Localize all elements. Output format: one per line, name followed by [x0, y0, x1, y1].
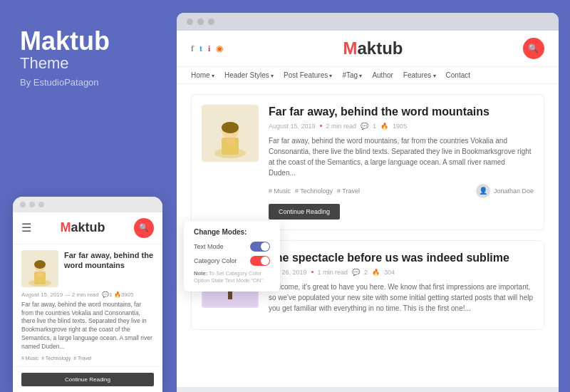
mobile-tag-music: # Music: [21, 356, 38, 361]
post-card-1: Far far away, behind the word mountains …: [191, 94, 544, 230]
post-2-excerpt: Welcome, it's great to have you here. We…: [269, 282, 534, 314]
post-2-fire-icon: 🔥: [372, 269, 380, 276]
mobile-search-button[interactable]: 🔍: [134, 218, 154, 238]
mobile-post-card: Far far away, behind the word mountains …: [13, 244, 162, 367]
post-1-dot: [320, 125, 322, 127]
text-mode-toggle[interactable]: [250, 242, 270, 252]
rss-icon[interactable]: ◉: [216, 43, 223, 54]
post-1-continue-button[interactable]: Continue Reading: [269, 204, 340, 220]
hamburger-icon[interactable]: ☰: [21, 221, 31, 234]
post-1-views: 1905: [393, 123, 407, 130]
site-nav: Home Header Styles Post Features #Tag Au…: [177, 67, 559, 84]
category-color-toggle[interactable]: [250, 256, 270, 266]
author-name: Jonathan Doe: [494, 187, 534, 195]
site-logo: Maktub: [343, 38, 403, 58]
comment-icon: 💬: [361, 123, 368, 130]
mobile-dot-3: [38, 202, 44, 207]
post-1-excerpt: Far far away, behind the word mountains,…: [269, 135, 534, 178]
nav-header-styles[interactable]: Header Styles: [224, 71, 274, 79]
text-mode-label: Text Mode: [194, 243, 224, 250]
mobile-post-thumbnail: [21, 250, 58, 287]
post-2-views: 304: [384, 269, 395, 276]
post-1-tag-music: # Music: [269, 187, 291, 195]
post-1-date: August 15, 2019: [269, 123, 316, 130]
post-1-tag-tech: # Technology: [295, 187, 333, 195]
nav-home[interactable]: Home: [191, 71, 214, 79]
mobile-dot-1: [20, 202, 26, 207]
post-1-tags: # Music # Technology # Travel: [269, 187, 360, 195]
category-color-row: Category Color: [194, 256, 270, 266]
desktop-dot-3: [208, 19, 214, 25]
nav-contact[interactable]: Contact: [446, 71, 470, 79]
popup-note: Note: To Set Category Color Option State…: [194, 270, 270, 284]
mobile-mockup: ☰ Maktub 🔍: [13, 197, 162, 392]
nav-features[interactable]: Features: [403, 71, 436, 79]
desktop-mockup: 𝐟 𝐭 𝐢 ◉ Maktub 🔍 Home Header Styles Post…: [177, 13, 559, 392]
post-2-body: The spectacle before us was indeed subli…: [269, 251, 534, 319]
mobile-continue-button[interactable]: Continue Reading: [21, 373, 154, 386]
post-1-read-time: 2 min read: [326, 123, 357, 130]
svg-point-4: [34, 260, 46, 269]
mobile-post-meta: August 15, 2019 — 2 min read 💬1 🔥3905: [21, 292, 154, 298]
mobile-tag-tech: # Technology: [41, 356, 71, 361]
mobile-post-tags: # Music # Technology # Travel: [21, 356, 154, 361]
svg-point-10: [222, 122, 239, 133]
mobile-dot-2: [29, 202, 35, 207]
post-1-thumbnail: [202, 105, 259, 162]
post-1-footer: # Music # Technology # Travel 👤 Jonathan…: [269, 184, 534, 198]
svg-rect-9: [226, 138, 234, 145]
left-panel: Maktub Theme By EstudioPatagon ☰ Maktub …: [0, 0, 177, 392]
social-links: 𝐟 𝐭 𝐢 ◉: [191, 43, 223, 54]
nav-post-features[interactable]: Post Features: [284, 71, 333, 79]
nav-author[interactable]: Author: [372, 71, 393, 79]
post-2-title: The spectacle before us was indeed subli…: [269, 251, 534, 266]
post-2-meta: July 26, 2019 1 min read 💬 2 🔥 304: [269, 269, 534, 276]
post-2-dot: [311, 271, 314, 273]
mobile-top-bar: [13, 197, 162, 212]
category-color-label: Category Color: [194, 257, 237, 264]
brand-name: Maktub: [20, 29, 157, 54]
post-2-read-time: 1 min read: [318, 269, 348, 276]
change-modes-popup: Change Modes: Text Mode Category Color N…: [184, 221, 280, 292]
nav-tag[interactable]: #Tag: [342, 71, 362, 79]
post-1-comments: 1: [373, 123, 376, 130]
instagram-icon[interactable]: 𝐢: [208, 43, 210, 54]
author-avatar: 👤: [476, 184, 490, 198]
fire-icon: 🔥: [380, 123, 388, 130]
mobile-logo: Maktub: [60, 220, 105, 235]
facebook-icon[interactable]: 𝐟: [191, 43, 194, 54]
post-2-comment-icon: 💬: [352, 269, 360, 276]
mobile-post-excerpt: Far far away, behind the word mountains,…: [21, 301, 154, 351]
desktop-dot-2: [197, 19, 204, 25]
twitter-icon[interactable]: 𝐭: [200, 43, 202, 54]
svg-rect-3: [37, 272, 43, 277]
post-1-author: 👤 Jonathan Doe: [476, 184, 534, 198]
desktop-top-bar: [177, 13, 559, 31]
text-mode-row: Text Mode: [194, 242, 270, 252]
site-search-button[interactable]: 🔍: [523, 38, 544, 59]
post-1-body: Far far away, behind the word mountains …: [269, 105, 534, 220]
desktop-dot-1: [187, 19, 193, 25]
mobile-header: ☰ Maktub 🔍: [13, 212, 162, 244]
post-1-tag-travel: # Travel: [337, 187, 360, 195]
post-2-comments: 2: [364, 269, 368, 276]
desktop-content: 𝐟 𝐭 𝐢 ◉ Maktub 🔍 Home Header Styles Post…: [177, 31, 559, 387]
mobile-tag-travel: # Travel: [73, 356, 91, 361]
post-1-meta: August 15, 2019 2 min read 💬 1 🔥 1905: [269, 123, 534, 130]
site-header: 𝐟 𝐭 𝐢 ◉ Maktub 🔍: [177, 31, 559, 67]
post-1-title: Far far away, behind the word mountains: [269, 105, 534, 120]
brand-by: By EstudioPatagon: [20, 77, 157, 88]
brand-subtitle: Theme: [20, 54, 157, 73]
popup-title: Change Modes:: [194, 228, 270, 236]
mobile-post-title: Far far away, behind the word mountains: [64, 250, 154, 271]
